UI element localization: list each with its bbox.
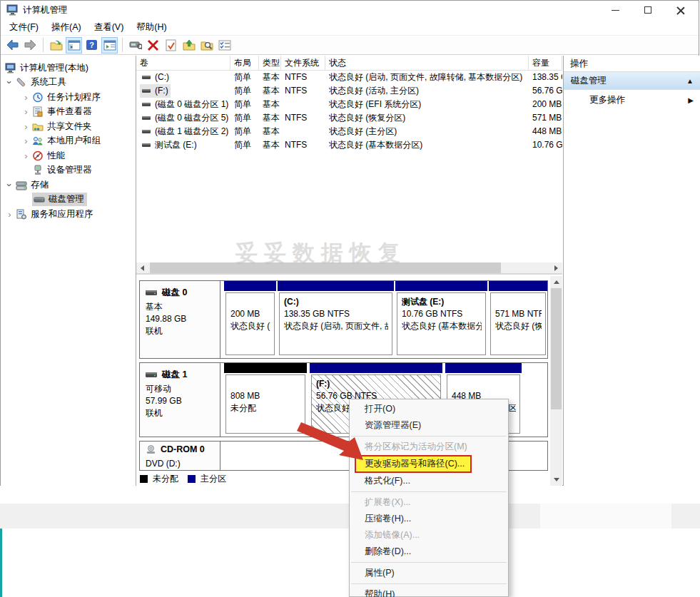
forward-icon[interactable] — [22, 37, 39, 53]
tree-label: 事件查看器 — [47, 106, 92, 118]
scroll-right-icon[interactable] — [550, 262, 562, 273]
console-tree-icon[interactable] — [66, 37, 82, 53]
col-capacity[interactable]: 容量 — [529, 56, 562, 70]
partition-header — [395, 281, 487, 291]
volume-row-disk1-part2[interactable]: (磁盘 1 磁盘分区 2) 简单 基本 状态良好 (主分区) 448 MB — [136, 125, 562, 138]
tree-item-system-tools[interactable]: › 系统工具 — [1, 76, 136, 91]
disk1-label[interactable]: 磁盘 1 可移动 57.99 GB 联机 — [140, 363, 220, 437]
more-actions-item[interactable]: 更多操作 ▶ — [564, 90, 700, 110]
tree-item-local-users-groups[interactable]: › 本地用户和组 — [1, 134, 136, 149]
disk0-row: 磁盘 0 基本 149.88 GB 联机 200 MB状态良好 (EFI 系统分… — [139, 280, 548, 359]
tree-label: 磁盘管理 — [49, 193, 84, 205]
chevron-collapsed-icon[interactable]: › — [20, 106, 32, 117]
partition-unallocated[interactable]: 808 MB未分配 — [224, 363, 307, 437]
services-icon — [16, 209, 27, 220]
collapse-icon[interactable]: ▲ — [686, 77, 694, 85]
disk0-label[interactable]: 磁盘 0 基本 149.88 GB 联机 — [140, 281, 220, 358]
chevron-expanded-icon[interactable]: › — [4, 179, 15, 191]
scroll-left-icon[interactable] — [136, 262, 148, 273]
cdrom-label[interactable]: CD-ROM 0 DVD (D:) — [140, 442, 220, 470]
scroll-up-icon[interactable] — [550, 277, 562, 287]
window-title: 计算机管理 — [23, 1, 68, 19]
task-list-icon[interactable] — [216, 37, 233, 53]
scroll-down-icon[interactable] — [550, 474, 562, 485]
tree-item-disk-management[interactable]: 磁盘管理 — [1, 193, 136, 208]
tree-item-shared-folders[interactable]: › 共享文件夹 — [1, 119, 136, 134]
menu-help[interactable]: 帮助(H) — [130, 19, 173, 35]
volume-row-e[interactable]: 测试盘 (E:) 简单 基本 NTFS 状态良好 (基本数据分区) 10.76 … — [136, 138, 562, 152]
partition-e[interactable]: 测试盘 (E:)10.76 GB NTFS状态良好 (基本数据分区) — [395, 281, 487, 358]
partition-recovery[interactable]: 571 MB NTFS状态良好 (恢复分区) — [489, 281, 547, 358]
menu-explorer[interactable]: 资源管理器(E) — [350, 417, 508, 434]
tree-label: 设备管理器 — [47, 164, 92, 176]
upload-folder-icon[interactable] — [181, 37, 197, 53]
back-icon[interactable] — [4, 37, 21, 53]
device-icon[interactable] — [127, 37, 143, 53]
selected-tree-item: 磁盘管理 — [32, 193, 87, 206]
volume-list: 卷 布局 类型 文件系统 状态 容量 (C:) 简单 基本 NTFS 状态良好 … — [136, 56, 562, 262]
tree-label: 服务和应用程序 — [31, 208, 93, 220]
horizontal-scrollbar[interactable] — [136, 262, 562, 275]
volume-row-f[interactable]: (F:) 简单 基本 NTFS 状态良好 (活动, 主分区) 56.76 G — [136, 84, 562, 98]
tree-item-event-viewer[interactable]: › 事件查看器 — [1, 105, 136, 120]
volume-icon — [142, 75, 151, 80]
legend-primary-label: 主分区 — [201, 473, 226, 485]
volume-icon — [142, 129, 151, 134]
close-button[interactable] — [664, 1, 697, 19]
chevron-collapsed-icon[interactable]: › — [20, 136, 32, 146]
menu-delete-volume[interactable]: 删除卷(D)... — [350, 544, 508, 560]
volume-row-c[interactable]: (C:) 简单 基本 NTFS 状态良好 (启动, 页面文件, 故障转储, 基本… — [136, 71, 562, 84]
col-filesystem[interactable]: 文件系统 — [281, 56, 325, 70]
menu-format[interactable]: 格式化(F)... — [350, 473, 508, 489]
partition-header — [310, 363, 442, 373]
tree-item-performance[interactable]: › 性能 — [1, 148, 136, 163]
menu-separator — [351, 562, 507, 563]
chevron-collapsed-icon[interactable]: › — [20, 150, 32, 161]
col-status[interactable]: 状态 — [325, 56, 529, 70]
action-pane-icon[interactable] — [101, 37, 118, 53]
menu-shrink-volume[interactable]: 压缩卷(H)... — [350, 511, 508, 527]
tree-label: 计算机管理(本地) — [20, 62, 88, 74]
check-document-icon[interactable] — [163, 37, 179, 53]
volume-row-disk0-part5[interactable]: (磁盘 0 磁盘分区 5) 简单 基本 NTFS 状态良好 (恢复分区) 571… — [136, 111, 562, 125]
partition-efi[interactable]: 200 MB状态良好 (EFI 系统分区) — [224, 281, 276, 358]
delete-icon[interactable] — [145, 37, 161, 53]
menu-help[interactable]: 帮助(H) — [350, 586, 508, 597]
menu-properties[interactable]: 属性(P) — [350, 565, 508, 581]
scrollbar-thumb[interactable] — [150, 262, 501, 273]
menu-change-drive-letter[interactable]: 更改驱动器号和路径(C)... — [355, 455, 472, 473]
volume-icon — [142, 102, 151, 107]
menu-file[interactable]: 文件(F) — [3, 19, 45, 35]
export-list-icon[interactable] — [48, 37, 64, 53]
menu-extend-volume: 扩展卷(X)... — [350, 494, 508, 511]
chevron-collapsed-icon[interactable]: › — [20, 121, 32, 132]
volume-row-disk0-part1[interactable]: (磁盘 0 磁盘分区 1) 简单 基本 状态良好 (EFI 系统分区) 200 … — [136, 98, 562, 111]
scrollbar-thumb[interactable] — [551, 288, 562, 409]
maximize-button[interactable] — [631, 1, 664, 19]
chevron-collapsed-icon[interactable]: › — [4, 209, 16, 220]
tree-item-task-scheduler[interactable]: › 任务计划程序 — [1, 90, 136, 105]
tree-item-services-applications[interactable]: › 服务和应用程序 — [1, 207, 136, 222]
device-manager-icon — [32, 165, 44, 175]
menu-open[interactable]: 打开(O) — [350, 401, 508, 417]
partition-c[interactable]: (C:)138.35 GB NTFS状态良好 (启动, 页面文件, 故障转储, … — [278, 281, 394, 358]
volume-icon — [142, 88, 151, 93]
actions-section-disk-management[interactable]: 磁盘管理 ▲ — [564, 72, 700, 90]
col-type[interactable]: 类型 — [259, 56, 281, 70]
disk-icon — [146, 290, 158, 296]
help-icon[interactable]: ? — [83, 37, 100, 53]
minimize-button[interactable] — [599, 1, 631, 19]
col-layout[interactable]: 布局 — [230, 56, 259, 70]
chevron-expanded-icon[interactable]: › — [4, 76, 15, 88]
search-folder-icon[interactable] — [198, 37, 215, 53]
toolbar: ? — [1, 35, 699, 55]
legend-primary-swatch — [188, 475, 196, 483]
vertical-scrollbar[interactable] — [550, 276, 562, 486]
menu-view[interactable]: 查看(V) — [88, 19, 131, 35]
chevron-collapsed-icon[interactable]: › — [20, 92, 32, 103]
col-volume[interactable]: 卷 — [136, 56, 230, 70]
menu-action[interactable]: 操作(A) — [45, 19, 88, 35]
tree-item-device-manager[interactable]: 设备管理器 — [1, 163, 136, 178]
tree-item-computer-management[interactable]: 计算机管理(本地) — [1, 61, 136, 76]
tree-item-storage[interactable]: › 存储 — [1, 178, 136, 193]
